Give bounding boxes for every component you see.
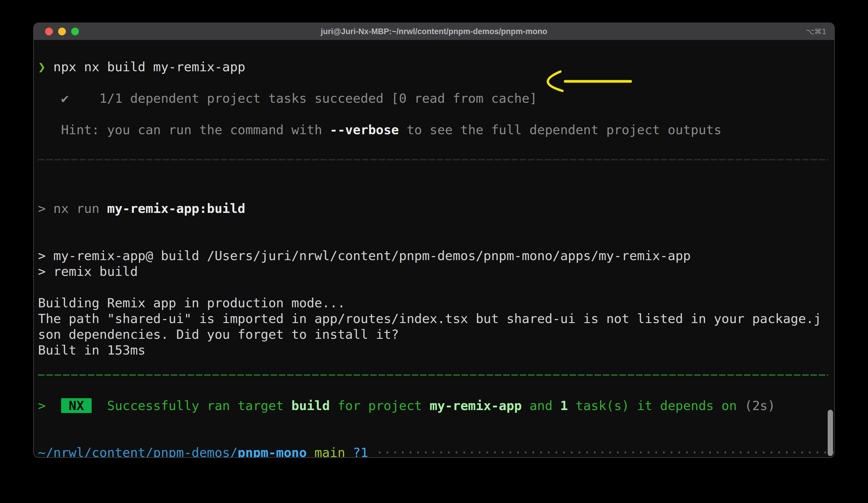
window-title: juri@Juri-Nx-MBP:~/nrwl/content/pnpm-dem…	[34, 27, 834, 36]
text-segment: --verbose	[330, 122, 399, 137]
text-segment	[92, 398, 107, 413]
nx-run-line: > nx run my-remix-app:build	[38, 201, 245, 217]
text-segment: npx nx build my-remix-app	[46, 59, 245, 74]
text-segment: Successfully ran target	[107, 398, 291, 413]
text-segment: ?1	[353, 445, 368, 458]
window-titlebar: juri@Juri-Nx-MBP:~/nrwl/content/pnpm-dem…	[34, 23, 834, 40]
prompt-arrow: ❯	[38, 59, 46, 74]
text-segment: for project	[330, 398, 430, 413]
text-segment: > remix build	[38, 264, 138, 279]
text-segment: Built in 153ms	[38, 343, 145, 358]
text-segment: build	[291, 398, 330, 413]
divider-green	[38, 374, 828, 376]
verbose-hint: Hint: you can run the command with --ver…	[38, 122, 722, 138]
scrollbar-thumb[interactable]	[828, 410, 833, 456]
text-segment: Building Remix app in production mode...	[38, 295, 345, 310]
text-segment: ~/nrwl/content/pnpm-demos/	[38, 445, 238, 458]
text-segment: > nx run	[38, 201, 107, 216]
dependent-tasks-succeeded: ✔ 1/1 dependent project tasks succeeded …	[38, 91, 537, 106]
text-segment: main	[314, 445, 345, 458]
command-npx-nx-build: ❯ npx nx build my-remix-app	[38, 59, 245, 75]
text-segment	[307, 445, 314, 458]
building-mode-line: Building Remix app in production mode...	[38, 295, 345, 311]
text-segment: ········································…	[376, 445, 835, 458]
text-segment: >	[38, 398, 61, 413]
close-button[interactable]	[45, 28, 53, 35]
divider-dark	[38, 159, 828, 160]
text-segment: task(s) it depends on	[568, 398, 744, 413]
shared-ui-warning-1: The path "shared-ui" is imported in app/…	[38, 311, 822, 326]
terminal-window: juri@Juri-Nx-MBP:~/nrwl/content/pnpm-dem…	[33, 22, 835, 458]
text-segment: and	[522, 398, 560, 413]
shared-ui-warning-2: son dependencies. Did you forget to inst…	[38, 326, 399, 342]
text-segment: my-remix-app:build	[107, 201, 245, 216]
nx-success-line: > NX Successfully ran target build for p…	[38, 398, 775, 414]
built-time-line: Built in 153ms	[38, 342, 145, 358]
text-segment: 1	[560, 398, 568, 413]
nx-badge: NX	[61, 398, 92, 413]
text-segment	[368, 445, 376, 458]
zoom-button[interactable]	[71, 28, 79, 35]
remix-build-line: > remix build	[38, 264, 138, 279]
text-segment: Hint: you can run the command with	[38, 122, 330, 137]
text-segment: to see the full dependent project output…	[399, 122, 722, 137]
prompt-path-line: ~/nrwl/content/pnpm-demos/pnpm-mono main…	[38, 445, 835, 458]
text-segment: > my-remix-app@ build /Users/juri/nrwl/c…	[38, 248, 691, 263]
text-segment: my-remix-app	[430, 398, 522, 413]
package-build-line: > my-remix-app@ build /Users/juri/nrwl/c…	[38, 248, 691, 264]
tab-shortcut-badge: ⌥⌘1	[806, 23, 826, 40]
terminal-content[interactable]: ❯ npx nx build my-remix-app ✔ 1/1 depend…	[34, 40, 834, 457]
text-segment: (2s)	[745, 398, 775, 413]
window-controls	[45, 23, 79, 40]
minimize-button[interactable]	[58, 28, 66, 35]
text-segment: son dependencies. Did you forget to inst…	[38, 327, 399, 342]
text-segment	[345, 445, 353, 458]
text-segment: ✔ 1/1 dependent project tasks succeeded …	[38, 91, 537, 106]
text-segment: The path "shared-ui" is imported in app/…	[38, 311, 822, 326]
text-segment: pnpm-mono	[238, 445, 307, 458]
